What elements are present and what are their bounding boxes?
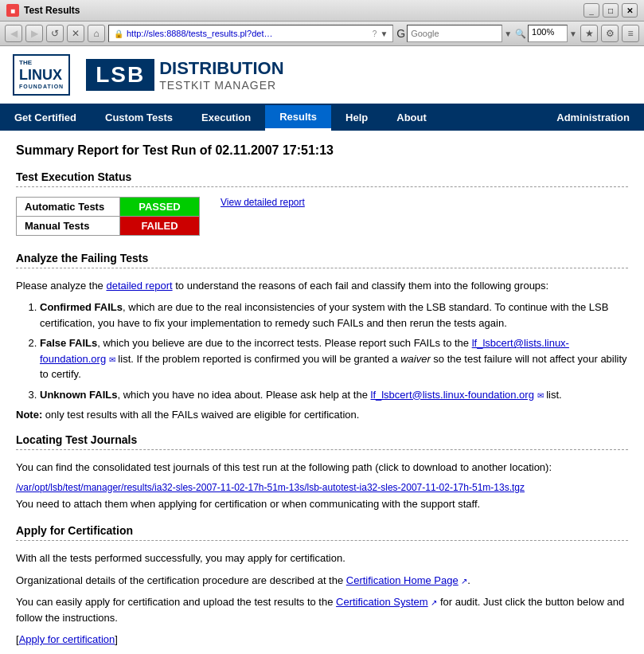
window-title: Test Results — [24, 5, 579, 16]
cert-text2-post: . — [467, 574, 470, 586]
nav-help[interactable]: Help — [331, 105, 382, 131]
note-content: only test results with all the FAILs wai… — [45, 409, 360, 421]
manual-tests-label: Manual Tests — [17, 216, 120, 235]
nav-execution[interactable]: Execution — [187, 105, 265, 131]
section-certification: Apply for Certification — [16, 524, 628, 541]
cert-text3-pre: You can easily apply for certification a… — [16, 596, 336, 608]
unknown-fails-email-link[interactable]: lf_lsbcert@lists.linux-foundation.org — [371, 389, 534, 401]
browser-nav-bar: ◀ ▶ ↺ ✕ ⌂ 🔒 http://sles:8888/tests_resul… — [0, 22, 644, 46]
cert-text1: With all the tests performed successfull… — [16, 550, 628, 566]
test-journal-path-link[interactable]: /var/opt/lsb/test/manager/results/ia32-s… — [16, 482, 628, 493]
address-text: http://sles:8888/tests_results.pl?det… — [127, 29, 369, 38]
dist-text-block: DISTRIBUTION TESTKIT MANAGER — [159, 58, 283, 92]
nav-results[interactable]: Results — [265, 105, 331, 131]
nav-get-certified-lnk[interactable]: Get Certified — [0, 105, 91, 131]
auto-tests-status: PASSED — [120, 197, 200, 216]
list-item-false: False FAILs, which you believe are due t… — [40, 335, 628, 382]
close-button[interactable]: ✕ — [622, 3, 638, 18]
auto-tests-label: Automatic Tests — [17, 197, 120, 216]
list-item-confirmed: Confirmed FAILs, which are due to the re… — [40, 300, 628, 331]
note-label: Note: — [16, 409, 42, 421]
minimize-button[interactable]: _ — [584, 3, 599, 18]
unknown-fails-label: Unknown FAILs — [40, 389, 118, 401]
options-button[interactable]: ≡ — [622, 25, 639, 42]
cert-system-link[interactable]: Certification System — [336, 596, 428, 608]
nav-about[interactable]: About — [382, 105, 441, 131]
bookmark-button[interactable]: ★ — [580, 25, 598, 42]
lsb-logo: LSB DISTRIBUTION TESTKIT MANAGER — [86, 58, 283, 92]
confirmed-fails-text: , which are due to the real inconsistenc… — [40, 301, 608, 329]
nav-custom-tests[interactable]: Custom Tests — [91, 105, 187, 131]
section-analyze: Analyze the Failing Tests — [16, 252, 628, 268]
section-test-execution: Test Execution Status — [16, 170, 628, 187]
address-arrow: ▼ — [380, 29, 388, 38]
lsb-box: LSB — [86, 59, 154, 91]
view-detailed-report-link[interactable]: View detailed report — [213, 197, 305, 208]
maximize-button[interactable]: □ — [603, 3, 619, 18]
table-row-manual: Manual Tests FAILED — [17, 216, 200, 235]
analyze-intro: Please analyze the detailed report to un… — [16, 278, 628, 294]
logo-area: THE LINUX FOUNDATION LSB DISTRIBUTION TE… — [0, 46, 644, 105]
dist-line2: TESTKIT MANAGER — [159, 79, 283, 92]
address-bar[interactable]: 🔒 http://sles:8888/tests_results.pl?det…… — [108, 25, 393, 42]
journals-text1: You can find the consolidated test journ… — [16, 460, 628, 476]
back-button[interactable]: ◀ — [5, 25, 22, 42]
tools-button[interactable]: ⚙ — [601, 25, 619, 42]
detailed-report-link[interactable]: detailed report — [106, 280, 172, 292]
manual-tests-status: FAILED — [120, 216, 200, 235]
zoom-dropdown-icon[interactable]: ▼ — [569, 29, 577, 38]
section-journals: Locating Test Journals — [16, 433, 628, 450]
title-bar: ■ Test Results _ □ ✕ — [0, 0, 644, 22]
help-icon: ? — [373, 29, 377, 38]
main-nav: Get Certified Custom Tests Execution Res… — [0, 105, 644, 131]
content-area: Summary Report for Test Run of 02.11.200… — [0, 131, 644, 654]
search-input[interactable] — [407, 25, 502, 42]
cert-text2: Organizational details of the certificat… — [16, 573, 628, 589]
search-bar: G ▼ — [396, 25, 512, 42]
lf-box: THE LINUX FOUNDATION — [13, 54, 70, 96]
email-icon-2: ✉ — [537, 391, 544, 400]
false-fails-label: False FAILs — [40, 337, 97, 349]
apply-link-bracket: [Apply for certification] — [16, 632, 628, 648]
stop-button[interactable]: ✕ — [67, 25, 84, 42]
unknown-fails-text: , which you have no idea about. Please a… — [118, 389, 371, 401]
false-fails-suffix: list. If the problem reported is confirm… — [40, 353, 627, 381]
false-fails-text: , which you believe are due to the incor… — [97, 337, 471, 349]
forward-button[interactable]: ▶ — [25, 25, 43, 42]
email-icon-1: ✉ — [109, 355, 115, 364]
app-icon: ■ — [6, 4, 19, 17]
zoom-bar: 🔍 100% ▼ — [515, 25, 577, 42]
nav-administration[interactable]: Administration — [542, 105, 644, 131]
table-row-automatic: Automatic Tests PASSED — [17, 197, 200, 216]
apply-for-cert-link[interactable]: Apply for certification — [19, 633, 115, 645]
lf-line2: LINUX — [19, 67, 64, 84]
test-status-table: Automatic Tests PASSED Manual Tests FAIL… — [16, 197, 200, 236]
dist-line1: DISTRIBUTION — [159, 58, 283, 79]
home-button[interactable]: ⌂ — [88, 25, 105, 42]
journals-text2: You need to attach them when applying fo… — [16, 496, 628, 512]
cert-home-page-link[interactable]: Certification Home Page — [346, 574, 459, 586]
note-text: Note: only test results with all the FAI… — [16, 409, 628, 421]
cert-text2-pre: Organizational details of the certificat… — [16, 574, 346, 586]
failing-tests-list: Confirmed FAILs, which are due to the re… — [40, 300, 628, 402]
reload-button[interactable]: ↺ — [46, 25, 64, 42]
zoom-value: 100% — [528, 25, 568, 42]
zoom-label: 🔍 — [515, 29, 526, 39]
unknown-fails-suffix: list. — [544, 389, 562, 401]
list-item-unknown: Unknown FAILs, which you have no idea ab… — [40, 387, 628, 403]
address-icon: 🔒 — [114, 29, 123, 38]
window-controls: _ □ ✕ — [584, 3, 638, 18]
linux-foundation-logo: THE LINUX FOUNDATION — [13, 54, 70, 96]
cert-text3: You can easily apply for certification a… — [16, 594, 628, 625]
confirmed-fails-label: Confirmed FAILs — [40, 301, 123, 313]
lf-line1: THE — [19, 59, 64, 67]
lf-line3: FOUNDATION — [19, 84, 64, 90]
search-engine-icon: G — [396, 27, 405, 40]
search-dropdown-icon[interactable]: ▼ — [504, 29, 512, 38]
page-title: Summary Report for Test Run of 02.11.200… — [16, 143, 628, 158]
